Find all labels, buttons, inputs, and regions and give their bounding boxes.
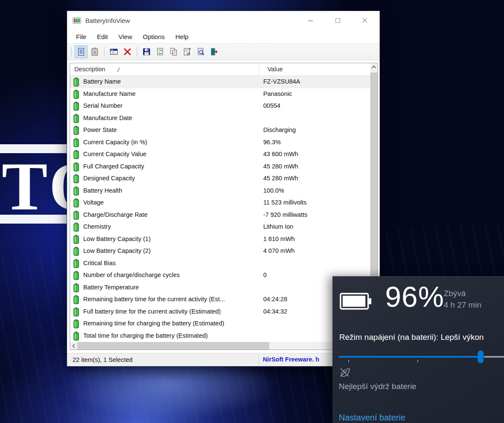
row-value: 11 523 millivolts [263, 199, 307, 206]
battery-row-icon [73, 319, 79, 328]
row-value: 100.0% [263, 187, 284, 194]
delete-button[interactable] [121, 45, 134, 58]
find-button[interactable] [194, 45, 207, 58]
row-description: Chemistry [83, 223, 111, 230]
clipboard-view-button[interactable] [88, 45, 101, 58]
slider-track-empty[interactable] [484, 356, 504, 358]
horizontal-scrollbar[interactable] [70, 342, 370, 350]
table-row[interactable]: Total time for charging the battery (Est… [70, 330, 370, 342]
row-value: 0 [263, 272, 267, 278]
column-divider[interactable] [259, 64, 259, 75]
row-value: 00554 [263, 102, 280, 109]
table-row[interactable]: Designed Capacity45 280 mWh [70, 173, 370, 185]
advanced-options-button[interactable] [107, 45, 120, 58]
table-row[interactable]: Number of charge/discharge cycles0 [70, 269, 370, 282]
save-icon [142, 47, 151, 56]
report-view-button[interactable] [75, 45, 87, 58]
row-description: Low Battery Capacity (1) [83, 235, 151, 242]
properties-button[interactable] [181, 45, 194, 58]
maximize-button[interactable] [325, 11, 350, 30]
battery-settings-link[interactable]: Nastavení baterie [339, 413, 405, 423]
battery-percent: 96% [385, 280, 444, 313]
row-value: 04:34:32 [263, 308, 287, 315]
row-description: Total time for charging the battery (Est… [83, 332, 208, 339]
menu-help[interactable]: Help [172, 32, 192, 42]
row-description: Battery Temperature [83, 284, 139, 291]
table-row[interactable]: Low Battery Capacity (2)4 070 mWh [70, 245, 370, 258]
menu-edit[interactable]: Edit [93, 32, 111, 42]
row-value: 04:24:28 [263, 296, 287, 303]
slider-tick [417, 360, 418, 362]
battery-row-icon [73, 186, 79, 196]
row-value: FZ-VZSU84A [263, 78, 300, 85]
row-value: Discharging [263, 126, 296, 133]
battery-row-icon [73, 174, 79, 183]
window-title: BatteryInfoView [85, 17, 130, 24]
row-value: 96.3% [263, 139, 281, 146]
nirsoft-link[interactable]: NirSoft Freeware. h [263, 356, 319, 363]
battery-row-icon [73, 295, 79, 304]
toolbar [67, 43, 380, 60]
close-button[interactable] [352, 11, 377, 30]
column-header-value[interactable]: Value [267, 66, 283, 73]
vertical-scroll-thumb[interactable] [370, 73, 377, 281]
table-row[interactable]: Voltage11 523 millivolts [70, 197, 370, 209]
table-row[interactable]: Current Capacity (in %)96.3% [70, 137, 370, 149]
battery-row-icon [73, 150, 79, 159]
table-row[interactable]: Battery Health100.0% [70, 185, 370, 197]
title-bar[interactable]: BatteryInfoView [67, 11, 380, 30]
toolbar-separator [104, 47, 104, 57]
row-value: 45 280 mWh [263, 163, 298, 170]
slider-track-filled[interactable] [339, 356, 481, 358]
report-view-icon [76, 47, 86, 56]
table-row[interactable]: Remaining time for charging the battery … [70, 318, 370, 330]
sort-indicator-icon [117, 67, 122, 72]
scroll-left-icon[interactable] [70, 342, 77, 350]
battery-row-icon [73, 198, 79, 207]
table-row[interactable]: Full Charged Capacity45 280 mWh [70, 161, 370, 173]
table-row[interactable]: Power StateDischarging [70, 124, 370, 137]
column-header-description[interactable]: Description [74, 66, 105, 73]
table-row[interactable]: Serial Number00554 [70, 100, 370, 112]
table-row[interactable]: Manufacture NamePanasonic [70, 88, 370, 101]
row-description: Serial Number [83, 102, 123, 109]
table-row[interactable]: Manufacture Date [70, 112, 370, 125]
copy-button[interactable] [167, 45, 180, 58]
row-description: Voltage [83, 199, 104, 206]
slider-thumb[interactable] [478, 350, 484, 363]
menu-view[interactable]: View [115, 32, 135, 42]
menu-options[interactable]: Options [139, 32, 168, 42]
scroll-up-icon[interactable] [370, 63, 377, 70]
table-row[interactable]: Full battery time for the current activi… [70, 306, 370, 318]
table-row[interactable]: Battery NameFZ-VZSU84A [70, 76, 370, 88]
row-description: Manufacture Name [83, 90, 135, 97]
table-row[interactable]: Critical Bias [70, 258, 370, 270]
exit-button[interactable] [208, 45, 221, 58]
table-row[interactable]: Charge/Discharge Rate-7 920 milliwatts [70, 209, 370, 221]
row-description: Battery Name [83, 78, 121, 85]
status-item-count: 22 item(s), 1 Selected [73, 356, 132, 363]
table-row[interactable]: Remaining battery time for the current a… [70, 294, 370, 306]
row-description: Full Charged Capacity [83, 163, 144, 170]
row-description: Remaining battery time for the current a… [83, 296, 225, 303]
clipboard-icon [90, 47, 99, 56]
horizontal-scroll-thumb[interactable] [77, 342, 269, 350]
save-button[interactable] [140, 45, 153, 58]
battery-row-icon [73, 247, 79, 256]
battery-row-icon [73, 331, 79, 341]
battery-row-icon [73, 271, 79, 280]
battery-saver-leaf-icon[interactable] [339, 367, 352, 378]
menu-file[interactable]: File [73, 32, 90, 42]
table-row[interactable]: ChemistryLithium Ion [70, 221, 370, 233]
row-description: Full battery time for the current activi… [83, 308, 221, 315]
battery-flyout: 96% Zbývá 4 h 27 min Režim napájení (na … [332, 276, 504, 423]
table-row[interactable]: Current Capacity Value43 600 mWh [70, 148, 370, 161]
minimize-button[interactable] [298, 11, 323, 30]
remaining-time: 4 h 27 min [444, 300, 481, 310]
battery-row-icon [73, 283, 79, 292]
table-row[interactable]: Battery Temperature [70, 282, 370, 294]
table-row[interactable]: Low Battery Capacity (1)1 810 mWh [70, 233, 370, 246]
power-mode-slider[interactable] [339, 350, 504, 365]
refresh-button[interactable] [154, 45, 166, 58]
battery-row-icon [73, 235, 79, 244]
